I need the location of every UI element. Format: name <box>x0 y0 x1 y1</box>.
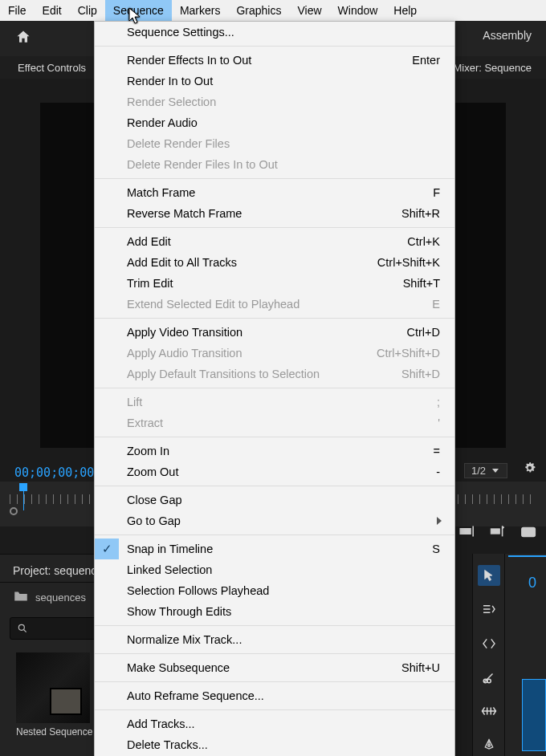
menu-item-shortcut: Ctrl+Shift+K <box>377 256 440 269</box>
menu-item-label: Lift <box>127 396 142 408</box>
zoom-select[interactable]: 1/2 <box>464 463 507 478</box>
menu-item-label: Render Effects In to Out <box>127 54 251 67</box>
menu-edit[interactable]: Edit <box>35 0 70 21</box>
menu-item-label: Apply Default Transitions to Selection <box>127 368 320 380</box>
menu-item-add-tracks[interactable]: Add Tracks... <box>95 713 454 734</box>
tab-effect-controls[interactable]: Effect Controls <box>13 62 91 74</box>
menu-item-shortcut: ' <box>438 417 440 429</box>
menu-view[interactable]: View <box>289 0 329 21</box>
menu-separator <box>95 178 454 179</box>
check-icon: ✓ <box>95 539 119 559</box>
menu-separator <box>95 681 454 682</box>
menu-item-shortcut: Shift+U <box>401 661 440 674</box>
razor-tool[interactable] <box>478 667 500 688</box>
menu-graphics[interactable]: Graphics <box>228 0 289 21</box>
tool-palette <box>472 554 504 756</box>
menu-item-shortcut: Shift+R <box>401 207 440 220</box>
menu-item-close-gap[interactable]: Close Gap <box>95 490 454 510</box>
menu-item-label: Delete Render Files In to Out <box>127 158 278 171</box>
menu-item-sequence-settings[interactable]: Sequence Settings... <box>95 22 454 43</box>
settings-icon[interactable] <box>522 461 536 478</box>
menu-item-label: Delete Tracks... <box>127 738 208 751</box>
menu-item-shortcut: S <box>432 543 440 555</box>
menu-item-label: Close Gap <box>127 494 182 506</box>
menu-item-auto-reframe-sequence[interactable]: Auto Reframe Sequence... <box>95 685 454 706</box>
menu-item-label: Delete Render Files <box>127 137 230 150</box>
menu-item-add-edit[interactable]: Add EditCtrl+K <box>95 231 454 252</box>
menu-separator <box>95 486 454 486</box>
menu-separator <box>95 46 454 47</box>
ripple-edit-tool[interactable] <box>478 633 500 654</box>
menu-item-label: Reverse Match Frame <box>127 207 242 220</box>
menu-item-match-frame[interactable]: Match FrameF <box>95 182 454 203</box>
menu-item-extract: Extract' <box>95 413 454 433</box>
menu-item-zoom-in[interactable]: Zoom In= <box>95 441 454 461</box>
zoom-value: 1/2 <box>471 465 486 477</box>
home-icon[interactable] <box>14 29 32 48</box>
menu-item-label: Add Edit to All Tracks <box>127 256 237 269</box>
menu-item-label: Linked Selection <box>127 563 212 576</box>
track-select-tool[interactable] <box>478 599 500 620</box>
menu-item-label: Sequence Settings... <box>127 26 234 39</box>
menu-item-render-in-to-out[interactable]: Render In to Out <box>95 71 454 91</box>
menu-item-trim-edit[interactable]: Trim EditShift+T <box>95 273 454 294</box>
menu-item-shortcut: ; <box>437 396 440 408</box>
menu-item-shortcut: Ctrl+D <box>407 326 441 339</box>
menu-item-make-subsequence[interactable]: Make SubsequenceShift+U <box>95 657 454 678</box>
menu-item-apply-default-transitions-to-selection: Apply Default Transitions to SelectionSh… <box>95 364 454 384</box>
menu-item-label: Render Audio <box>127 116 198 129</box>
svg-rect-0 <box>460 529 471 534</box>
tab-audio-mixer[interactable]: Mixer: Sequence <box>448 62 536 74</box>
menu-item-label: Render Selection <box>127 96 216 108</box>
timeline-edge: 0 <box>504 554 546 756</box>
timeline-header-highlight <box>508 555 546 560</box>
menu-item-apply-video-transition[interactable]: Apply Video TransitionCtrl+D <box>95 322 454 343</box>
timeline-clip-selection[interactable] <box>522 679 546 751</box>
svg-point-7 <box>487 744 490 746</box>
menu-item-delete-tracks[interactable]: Delete Tracks... <box>95 734 454 755</box>
menu-window[interactable]: Window <box>330 0 386 21</box>
menu-sequence[interactable]: Sequence <box>105 0 172 21</box>
menu-item-normalize-mix-track[interactable]: Normalize Mix Track... <box>95 629 454 650</box>
playhead[interactable] <box>19 483 27 491</box>
menu-item-reverse-match-frame[interactable]: Reverse Match FrameShift+R <box>95 203 454 224</box>
menu-clip[interactable]: Clip <box>70 0 105 21</box>
export-frame-icon[interactable] <box>520 525 538 543</box>
menu-item-add-edit-to-all-tracks[interactable]: Add Edit to All TracksCtrl+Shift+K <box>95 252 454 273</box>
sequence-menu-dropdown: Sequence Settings...Render Effects In to… <box>94 21 455 756</box>
menu-item-render-audio[interactable]: Render Audio <box>95 112 454 133</box>
menu-item-render-effects-in-to-out[interactable]: Render Effects In to OutEnter <box>95 50 454 71</box>
menu-item-label: Snap in Timeline <box>127 543 213 555</box>
slip-tool[interactable] <box>478 701 500 721</box>
menu-item-delete-render-files-in-to-out: Delete Render Files In to Out <box>95 154 454 175</box>
menu-separator <box>95 318 454 319</box>
menu-item-label: Go to Gap <box>127 514 181 527</box>
workspace-tab-assembly[interactable]: Assembly <box>483 29 532 42</box>
selection-tool[interactable] <box>478 565 500 586</box>
project-thumbnail[interactable] <box>16 652 90 723</box>
menu-item-selection-follows-playhead[interactable]: Selection Follows Playhead <box>95 580 454 601</box>
menu-item-show-through-edits[interactable]: Show Through Edits <box>95 601 454 622</box>
menu-item-linked-selection[interactable]: Linked Selection <box>95 559 454 580</box>
menu-item-label: Normalize Mix Track... <box>127 633 242 646</box>
menu-item-zoom-out[interactable]: Zoom Out- <box>95 461 454 482</box>
menu-help[interactable]: Help <box>385 0 425 21</box>
menubar: FileEditClipSequenceMarkersGraphicsViewW… <box>0 0 546 21</box>
menu-item-shortcut: - <box>436 465 440 478</box>
svg-point-3 <box>526 530 530 534</box>
insert-icon[interactable] <box>459 525 475 543</box>
timecode-display[interactable]: 00;00;00;00 <box>14 465 94 480</box>
timeline-zero: 0 <box>528 575 536 591</box>
overwrite-icon[interactable] <box>490 525 506 543</box>
menu-markers[interactable]: Markers <box>172 0 229 21</box>
menu-item-label: Zoom In <box>127 445 169 457</box>
menu-item-label: Add Tracks... <box>127 717 195 730</box>
menu-item-shortcut: Ctrl+Shift+D <box>377 347 440 360</box>
menu-file[interactable]: File <box>0 0 35 21</box>
menu-item-go-to-gap[interactable]: Go to Gap <box>95 510 454 531</box>
menu-item-label: Auto Reframe Sequence... <box>127 689 264 702</box>
menu-item-label: Apply Video Transition <box>127 326 242 339</box>
menu-item-snap-in-timeline[interactable]: ✓Snap in TimelineS <box>95 539 454 559</box>
pen-tool[interactable] <box>478 735 500 756</box>
menu-item-shortcut: Shift+T <box>403 277 440 290</box>
